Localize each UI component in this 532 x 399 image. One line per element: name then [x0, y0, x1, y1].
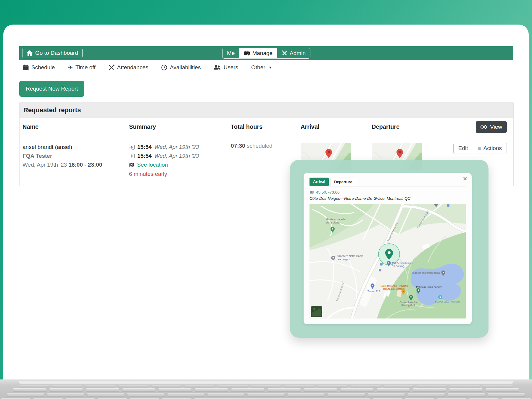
view-label: View [490, 124, 502, 130]
keyboard-key [377, 388, 410, 392]
keyboard-key [288, 393, 325, 397]
see-location-link[interactable]: See location [137, 160, 168, 169]
coordinates-row: 45.50, -73.60 [309, 190, 466, 194]
tab-admin-label: Admin [290, 50, 306, 57]
keyboard-key [33, 398, 63, 399]
request-new-report-button[interactable]: Request New Report [19, 81, 84, 97]
app-header-bar: Go to Dashboard Me Manage [19, 46, 513, 60]
desktop-background: Go to Dashboard Me Manage [0, 0, 532, 399]
panel-title: Requested reports [20, 102, 513, 118]
location-popup: × Arrival Departure 45.50, -73.60 Côte-D… [304, 173, 472, 324]
satellite-toggle[interactable] [311, 306, 323, 317]
see-location-row: See location [129, 160, 231, 169]
keyboard-key [437, 398, 467, 399]
summary-cell: 15:54 Wed, Apr 19th '23 15:54 Wed, Apr 1… [129, 143, 231, 186]
keyboard-key [162, 398, 191, 399]
nav-label: Schedule [31, 64, 55, 71]
coordinates-link[interactable]: 45.50, -73.60 [316, 190, 340, 194]
nav-item-other[interactable]: Other ▼ [251, 64, 272, 71]
keyboard-key [413, 388, 446, 392]
tab-manage[interactable]: Manage [239, 48, 277, 58]
keyboard-key [383, 385, 414, 387]
arrival-date: Wed, Apr 19th '23 [154, 143, 199, 152]
keyboard-key [52, 385, 82, 387]
laptop-keyboard [0, 379, 532, 399]
keyboard-key [284, 385, 314, 387]
map-canvas[interactable]: P P [309, 204, 466, 318]
keyboard-key [408, 393, 445, 397]
nav-item-schedule[interactable]: Schedule [23, 64, 55, 71]
keyboard-key [66, 398, 95, 399]
app-window: Go to Dashboard Me Manage [3, 25, 529, 399]
keyboard-key [98, 398, 127, 399]
keyboard-key [118, 385, 149, 387]
map-label-rink-2: Skating Rink [401, 304, 415, 307]
nav-label: Other [251, 64, 265, 71]
keyboard-key [87, 393, 124, 397]
keyboard-key [185, 385, 215, 387]
keyboard-key [49, 388, 83, 392]
keyboard-key [231, 388, 265, 392]
keyboard-key [405, 398, 434, 399]
nav-item-attendances[interactable]: Attendances [109, 64, 149, 71]
popup-tab-arrival[interactable]: Arrival [309, 178, 329, 186]
departure-date: Wed, Apr 19th '23 [154, 152, 199, 160]
keyboard-key [130, 398, 159, 399]
shift-info: Wed, Apr 19th '23 16:00 - 23:00 [22, 160, 129, 169]
keyboard-key [267, 388, 301, 392]
nav-item-users[interactable]: Users [214, 64, 238, 71]
tab-me[interactable]: Me [223, 48, 239, 58]
map-icon [309, 190, 314, 194]
nav-item-availabilities[interactable]: Availabilities [161, 64, 201, 71]
view-button[interactable]: View [476, 121, 507, 133]
nav-label: Availabilities [170, 64, 201, 71]
plane-icon: ✈ [68, 65, 73, 70]
shift-time: 16:00 - 23:00 [68, 162, 102, 168]
go-to-dashboard-button[interactable]: Go to Dashboard [22, 48, 83, 58]
tools-icon [282, 50, 287, 56]
column-header-total-hours: Total hours [231, 123, 301, 130]
keyboard-key [1, 398, 30, 399]
close-icon[interactable]: × [463, 176, 467, 182]
total-hours-note: scheduled [247, 143, 273, 149]
keyboard-key [448, 393, 485, 397]
keyboard-key [450, 385, 480, 387]
address-text: Côte-Des-Neiges—Notre-Dame-De-Grâce, Mon… [309, 196, 466, 201]
keyboard-key [158, 388, 192, 392]
keyboard-key [151, 385, 182, 387]
arrival-time: 15:54 [137, 143, 152, 152]
dashboard-label: Go to Dashboard [35, 50, 78, 56]
svg-text:P: P [388, 262, 389, 264]
keyboard-key [469, 398, 499, 399]
keyboard-key [85, 385, 115, 387]
actions-button[interactable]: ≡ Actions [473, 143, 507, 154]
arrival-summary: 15:54 Wed, Apr 19th '23 [129, 143, 231, 152]
keyboard-key [207, 393, 244, 397]
departure-time: 15:54 [137, 152, 152, 160]
shift-date: Wed, Apr 19th '23 [22, 162, 67, 168]
chevron-down-icon: ▼ [269, 65, 272, 70]
edit-label: Edit [458, 145, 468, 152]
map-label-outdoor: Outdoor equipment rental [412, 271, 441, 274]
nav-item-time-off[interactable]: ✈ Time off [68, 64, 95, 71]
column-header-name: Name [22, 123, 129, 130]
keyboard-key [373, 398, 402, 399]
keyboard-key [7, 393, 44, 397]
keyboard-key [251, 385, 281, 387]
map-label-cafe-2: du Lac aux Castors [383, 287, 404, 290]
laptop-hinge [19, 381, 513, 384]
table-header-row: Name Summary Total hours Arrival Departu… [20, 118, 513, 136]
map-label-terrain: Terrain 115 [367, 290, 380, 293]
popup-tab-departure[interactable]: Departure [330, 178, 356, 186]
edit-button[interactable]: Edit [454, 143, 473, 154]
hamburger-icon: ≡ [478, 145, 481, 152]
tab-admin[interactable]: Admin [277, 48, 310, 58]
calendar-icon [23, 65, 29, 70]
map-label-parking-2: Rd Parking [392, 265, 404, 268]
nav-label: Attendances [117, 64, 149, 71]
keyboard-key [86, 388, 119, 392]
total-hours-value: 07:30 [231, 143, 245, 149]
map-label-grottes-1: Grottes chapelle [326, 218, 346, 221]
map-icon [129, 163, 134, 167]
keyboard-key [194, 398, 370, 399]
